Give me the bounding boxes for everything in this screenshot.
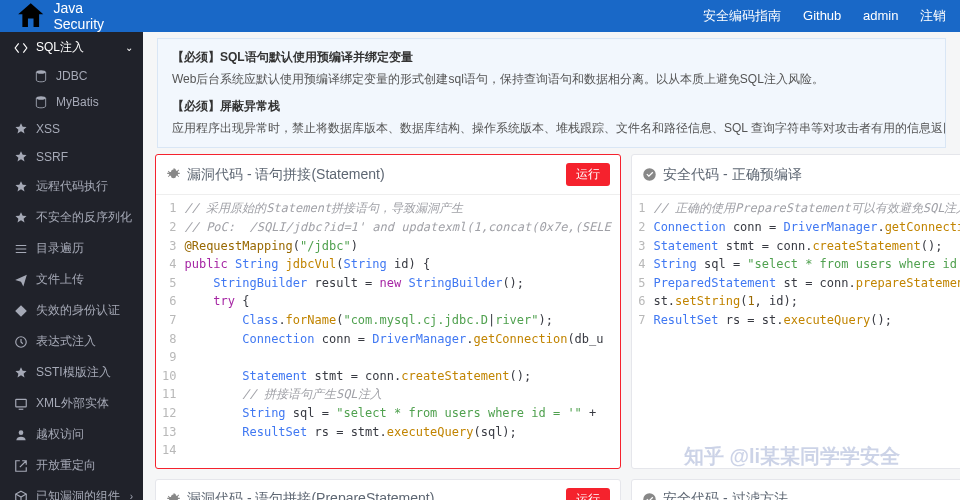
menu-icon [14,242,28,256]
coding-rules-callout: 【必须】SQL语句默认使用预编译并绑定变量 Web后台系统应默认使用预编译绑定变… [157,38,946,148]
panel-title: 漏洞代码 - 语句拼接(PrepareStatement) [187,490,434,500]
rule2-body: 应用程序出现异常时，禁止将数据库版本、数据库结构、操作系统版本、堆栈跟踪、文件名… [172,118,931,140]
sidebar-item-1[interactable]: JDBC [0,63,143,89]
sidebar-item-13[interactable]: 越权访问 [0,419,143,450]
sidebar-item-10[interactable]: 表达式注入 [0,326,143,357]
sidebar-label: 远程代码执行 [36,178,108,195]
sidebar-item-3[interactable]: XSS [0,115,143,143]
panel-vuln-preparestatement: 漏洞代码 - 语句拼接(PrepareStatement) 运行 1 2 3 4… [155,479,621,500]
db-icon [34,95,48,109]
code-content: // 采用原始的Statement拼接语句，导致漏洞产生 // PoC: /SQ… [184,195,618,463]
svg-point-4 [19,430,24,435]
rule1-title: 【必须】SQL语句默认使用预编译并绑定变量 [172,50,413,64]
sidebar-item-12[interactable]: XML外部实体 [0,388,143,419]
sidebar-item-8[interactable]: 文件上传 [0,264,143,295]
app-header: Java Security 安全编码指南 Github admin 注销 [0,0,960,32]
sidebar-item-14[interactable]: 开放重定向 [0,450,143,481]
chevron-right-icon: › [130,491,133,500]
open-icon [14,459,28,473]
nav-admin[interactable]: admin [863,8,898,23]
svg-point-1 [36,96,45,100]
sidebar-label: 已知漏洞的组件 [36,488,120,500]
sidebar-item-7[interactable]: 目录遍历 [0,233,143,264]
sidebar-label: 开放重定向 [36,457,96,474]
line-gutter: 1 2 3 4 5 6 7 8 9 10 11 12 13 14 [156,195,184,463]
run-button[interactable]: 运行 [566,488,610,500]
app-title: Java Security [53,0,104,32]
code-content: // 正确的使用PrepareStatement可以有效避免SQL注入，使用? … [653,195,960,333]
panel-title: 安全代码 - 正确预编译 [663,166,801,184]
rule1-body: Web后台系统应默认使用预编译绑定变量的形式创建sql语句，保持查询语句和数据相… [172,69,931,91]
main-content: 【必须】SQL语句默认使用预编译并绑定变量 Web后台系统应默认使用预编译绑定变… [143,32,960,500]
sidebar-label: SQL注入 [36,39,84,56]
sidebar-item-6[interactable]: 不安全的反序列化 [0,202,143,233]
sidebar-label: JDBC [56,69,87,83]
sidebar-label: XML外部实体 [36,395,109,412]
sidebar-item-9[interactable]: 失效的身份认证 [0,295,143,326]
svg-point-0 [36,70,45,74]
line-gutter: 1 2 3 4 5 6 7 [632,195,653,333]
star-icon [14,150,28,164]
home-icon [14,0,47,33]
star-icon [14,122,28,136]
sidebar-label: MyBatis [56,95,99,109]
screen-icon [14,397,28,411]
star-icon [14,180,28,194]
chevron-down-icon: ⌄ [125,42,133,53]
sidebar-label: 文件上传 [36,271,84,288]
clock-icon [14,335,28,349]
star-icon [14,211,28,225]
svg-rect-3 [16,399,27,407]
db-icon [34,69,48,83]
panel-title: 漏洞代码 - 语句拼接(Statement) [187,166,385,184]
user-icon [14,428,28,442]
nav-logout[interactable]: 注销 [920,8,946,23]
sidebar-item-15[interactable]: 已知漏洞的组件› [0,481,143,500]
send-icon [14,273,28,287]
run-button[interactable]: 运行 [566,163,610,186]
sidebar-label: 不安全的反序列化 [36,209,132,226]
sidebar-item-5[interactable]: 远程代码执行 [0,171,143,202]
sidebar-label: 目录遍历 [36,240,84,257]
sidebar-label: 表达式注入 [36,333,96,350]
panel-safe-prepared: 安全代码 - 正确预编译 运行 1 2 3 4 5 6 7 // 正确的使用Pr… [631,154,960,468]
bug-icon [166,492,181,500]
sidebar-label: XSS [36,122,60,136]
sidebar: SQL注入⌄JDBCMyBatisXSSSSRF远程代码执行不安全的反序列化目录… [0,32,143,500]
check-icon [642,167,657,182]
panel-title: 安全代码 - 过滤方法 [663,490,787,500]
sidebar-label: SSRF [36,150,68,164]
sidebar-label: 失效的身份认证 [36,302,120,319]
box-icon [14,490,28,501]
sidebar-label: 越权访问 [36,426,84,443]
diamond-icon [14,304,28,318]
nav-github[interactable]: Github [803,8,841,23]
panel-safe-filter: 安全代码 - 过滤方法 运行 1 2 3 4 5 public static b… [631,479,960,500]
sidebar-item-4[interactable]: SSRF [0,143,143,171]
sidebar-item-2[interactable]: MyBatis [0,89,143,115]
header-nav: 安全编码指南 Github admin 注销 [685,7,946,25]
sidebar-item-0[interactable]: SQL注入⌄ [0,32,143,63]
check-icon [642,492,657,500]
rule2-title: 【必须】屏蔽异常栈 [172,99,280,113]
brand[interactable]: Java Security [14,0,104,33]
bug-icon [166,167,181,182]
star-icon [14,366,28,380]
sidebar-label: SSTI模版注入 [36,364,111,381]
code-icon [14,41,28,55]
panel-vuln-statement: 漏洞代码 - 语句拼接(Statement) 运行 1 2 3 4 5 6 7 … [155,154,621,468]
nav-guide[interactable]: 安全编码指南 [703,8,781,23]
sidebar-item-11[interactable]: SSTI模版注入 [0,357,143,388]
